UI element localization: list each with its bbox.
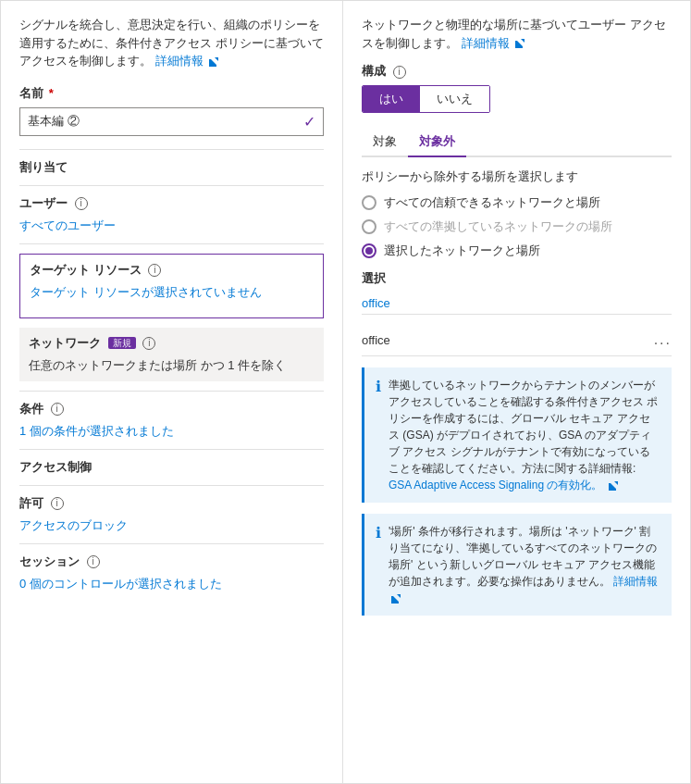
office-search-input[interactable] xyxy=(362,292,672,315)
info-box-1-link[interactable]: GSA Adaptive Access Signaling の有効化。 xyxy=(389,479,602,492)
network-badge: 新規 xyxy=(108,337,136,349)
right-external-link-icon xyxy=(514,38,525,49)
user-value[interactable]: すべてのユーザー xyxy=(19,218,324,234)
radio-dot-2 xyxy=(365,247,373,255)
radio-item-2[interactable]: 選択したネットワークと場所 xyxy=(362,243,672,259)
toggle-yes-button[interactable]: はい xyxy=(363,86,420,112)
radio-group-label: ポリシーから除外する場所を選択します xyxy=(362,168,672,185)
allow-value[interactable]: アクセスのブロック xyxy=(19,517,324,534)
selection-label: 選択 xyxy=(362,270,672,287)
radio-item-0[interactable]: すべての信頼できるネットワークと場所 xyxy=(362,194,672,211)
info-box-1-body: 準拠しているネットワークからテナントのメンバーがアクセスしていることを確認する条… xyxy=(389,379,658,475)
radio-label-1: すべての準拠しているネットワークの場所 xyxy=(384,218,612,235)
divider-2 xyxy=(19,185,324,186)
tab-target[interactable]: 対象 xyxy=(362,128,408,157)
left-detail-link[interactable]: 詳細情報 xyxy=(155,54,204,68)
right-panel: ネットワークと物理的な場所に基づいてユーザー アクセスを制御します。 詳細情報 … xyxy=(343,1,690,783)
target-resource-label: ターゲット リソース xyxy=(30,263,142,277)
conditions-label: 条件 xyxy=(19,402,43,416)
left-panel: シグナルを統合し、意思決定を行い、組織のポリシーを適用するために、条件付きアクセ… xyxy=(1,1,343,783)
divider-4 xyxy=(19,391,324,392)
network-section: ネットワーク 新規 i 任意のネットワークまたは場所 かつ 1 件を除く xyxy=(19,328,324,381)
info-box-2-external-icon xyxy=(390,593,401,604)
right-description: ネットワークと物理的な場所に基づいてユーザー アクセスを制御します。 詳細情報 xyxy=(362,16,672,52)
session-label: セッション xyxy=(19,554,80,568)
radio-group: ポリシーから除外する場所を選択します すべての信頼できるネットワークと場所 すべ… xyxy=(362,168,672,259)
radio-circle-0 xyxy=(362,195,376,210)
user-label: ユーザー xyxy=(19,196,68,210)
info-box-1-icon: ℹ xyxy=(376,378,381,493)
office-row: office ... xyxy=(362,324,672,356)
user-info-icon[interactable]: i xyxy=(75,197,88,210)
left-description: シグナルを統合し、意思決定を行い、組織のポリシーを適用するために、条件付きアクセ… xyxy=(19,16,324,70)
target-resource-info-icon[interactable]: i xyxy=(148,264,161,277)
divider-7 xyxy=(19,543,324,544)
tab-exclude[interactable]: 対象外 xyxy=(408,128,466,157)
divider-6 xyxy=(19,485,324,486)
config-info-icon[interactable]: i xyxy=(393,66,406,79)
access-control-label: アクセス制御 xyxy=(19,459,324,476)
name-value: 基本編 ② xyxy=(28,113,80,130)
required-star: * xyxy=(49,86,54,100)
info-box-2: ℹ '場所' 条件が移行されます。場所は 'ネットワーク' 割り当てになり、'準… xyxy=(362,514,672,616)
network-value: 任意のネットワークまたは場所 かつ 1 件を除く xyxy=(29,357,315,374)
config-label: 構成 xyxy=(362,64,386,78)
info-box-2-link[interactable]: 詳細情報 xyxy=(613,575,658,588)
name-label: 名前 * xyxy=(19,85,324,102)
info-box-1-text: 準拠しているネットワークからテナントのメンバーがアクセスしていることを確認する条… xyxy=(389,377,660,493)
info-box-1: ℹ 準拠しているネットワークからテナントのメンバーがアクセスしていることを確認す… xyxy=(362,367,672,503)
checkmark-icon: ✓ xyxy=(303,113,315,131)
conditions-value[interactable]: 1 個の条件が選択されました xyxy=(19,423,324,440)
tabs: 対象 対象外 xyxy=(362,128,672,157)
target-resource-box: ターゲット リソース i ターゲット リソースが選択されていません xyxy=(19,254,324,318)
radio-label-0: すべての信頼できるネットワークと場所 xyxy=(384,194,600,211)
external-link-icon xyxy=(208,56,219,68)
radio-item-1[interactable]: すべての準拠しているネットワークの場所 xyxy=(362,218,672,235)
config-toggle-group: はい いいえ xyxy=(362,85,490,113)
conditions-info-icon[interactable]: i xyxy=(51,403,64,416)
target-resource-value[interactable]: ターゲット リソースが選択されていません xyxy=(30,284,314,301)
office-ellipsis-button[interactable]: ... xyxy=(654,331,672,348)
network-info-icon[interactable]: i xyxy=(142,337,155,350)
office-name: office xyxy=(362,333,390,347)
session-info-icon[interactable]: i xyxy=(87,555,100,568)
info-box-2-text: '場所' 条件が移行されます。場所は 'ネットワーク' 割り当てになり、'準拠し… xyxy=(389,523,660,606)
allow-label: 許可 xyxy=(19,496,43,510)
assign-label: 割り当て xyxy=(19,159,324,176)
name-label-text: 名前 xyxy=(19,86,43,100)
divider-5 xyxy=(19,449,324,450)
divider-3 xyxy=(19,243,324,244)
divider-1 xyxy=(19,149,324,150)
allow-info-icon[interactable]: i xyxy=(51,497,64,510)
right-detail-link[interactable]: 詳細情報 xyxy=(462,36,510,50)
name-input[interactable]: 基本編 ② ✓ xyxy=(19,107,324,136)
toggle-no-button[interactable]: いいえ xyxy=(420,86,489,112)
radio-label-2: 選択したネットワークと場所 xyxy=(384,243,540,259)
radio-circle-1 xyxy=(362,219,376,234)
session-value[interactable]: 0 個のコントロールが選択されました xyxy=(19,576,324,592)
info-box-2-icon: ℹ xyxy=(376,524,381,606)
info-box-1-external-icon xyxy=(608,480,619,492)
network-label: ネットワーク xyxy=(29,336,101,350)
radio-circle-2 xyxy=(362,243,376,258)
